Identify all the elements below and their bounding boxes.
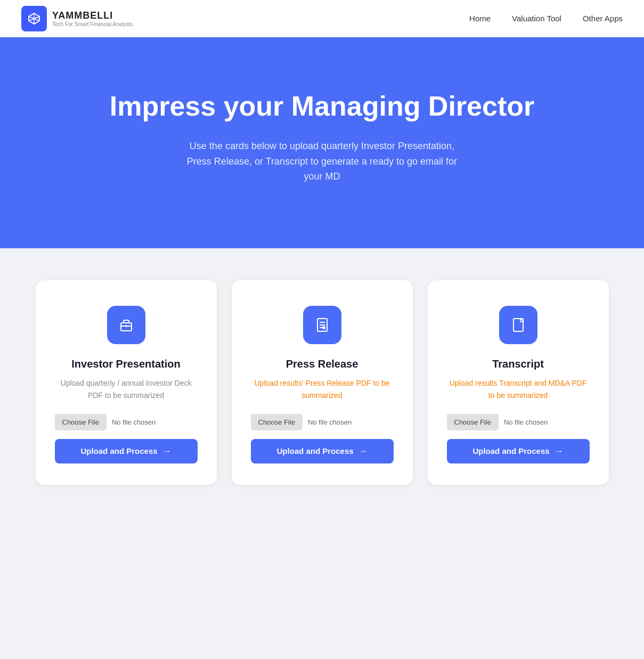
no-file-label-transcript: No file chosen	[504, 418, 548, 426]
upload-btn-transcript[interactable]: Upload and Process →	[447, 439, 590, 463]
brand-tagline: Tech For Smart Financial Analysts	[52, 21, 133, 27]
card-icon-investor	[107, 306, 145, 344]
card-desc-press: Upload results' Press Release PDF to be …	[251, 377, 394, 401]
nav-link-other[interactable]: Other Apps	[583, 14, 623, 23]
brand-logo	[21, 6, 47, 31]
nav-item-home[interactable]: Home	[469, 14, 491, 23]
hero-section: Impress your Managing Director Use the c…	[0, 37, 644, 248]
upload-btn-investor[interactable]: Upload and Process →	[55, 439, 198, 463]
file-input-row-transcript: Choose File No file chosen	[447, 414, 590, 430]
card-investor-presentation: Investor Presentation Upload quarterly /…	[36, 280, 217, 485]
card-desc-transcript: Upload results Transcript and MD&A PDF t…	[447, 377, 590, 401]
upload-btn-transcript-label: Upload and Process	[472, 446, 549, 455]
choose-file-btn-press[interactable]: Choose File	[251, 414, 303, 430]
nav-link-valuation[interactable]: Valuation Tool	[512, 14, 561, 23]
file-input-row-press: Choose File No file chosen	[251, 414, 394, 430]
nav-link-home[interactable]: Home	[469, 14, 491, 23]
arrow-icon-transcript: →	[555, 446, 564, 456]
choose-file-btn-investor[interactable]: Choose File	[55, 414, 107, 430]
nav-item-valuation[interactable]: Valuation Tool	[512, 14, 561, 23]
upload-btn-investor-label: Upload and Process	[80, 446, 157, 455]
svg-rect-9	[513, 319, 523, 331]
no-file-label-investor: No file chosen	[112, 418, 156, 426]
card-desc-investor: Upload quarterly / annual Investor Deck …	[55, 377, 198, 401]
card-title-press: Press Release	[286, 357, 358, 371]
choose-file-btn-transcript[interactable]: Choose File	[447, 414, 499, 430]
nav-links: Home Valuation Tool Other Apps	[469, 14, 623, 23]
svg-point-7	[322, 326, 325, 329]
document-text-icon	[313, 315, 332, 335]
document-icon	[509, 315, 528, 335]
card-press-release: Press Release Upload results' Press Rele…	[232, 280, 413, 485]
card-icon-press	[303, 306, 341, 344]
card-transcript: Transcript Upload results Transcript and…	[428, 280, 609, 485]
nav-item-other[interactable]: Other Apps	[583, 14, 623, 23]
arrow-icon-investor: →	[163, 446, 172, 456]
brand: YAMMBELLI Tech For Smart Financial Analy…	[21, 6, 133, 31]
upload-btn-press-label: Upload and Process	[276, 446, 353, 455]
cards-section: Investor Presentation Upload quarterly /…	[0, 248, 644, 527]
hero-title: Impress your Managing Director	[21, 91, 623, 123]
card-title-investor: Investor Presentation	[71, 357, 181, 371]
file-input-row-investor: Choose File No file chosen	[55, 414, 198, 430]
cards-grid: Investor Presentation Upload quarterly /…	[29, 280, 615, 485]
briefcase-icon	[117, 315, 136, 335]
brand-name: YAMMBELLI	[52, 10, 133, 21]
brand-text: YAMMBELLI Tech For Smart Financial Analy…	[52, 10, 133, 27]
card-icon-transcript	[499, 306, 537, 344]
card-title-transcript: Transcript	[492, 357, 544, 371]
arrow-icon-press: →	[359, 446, 368, 456]
navbar: YAMMBELLI Tech For Smart Financial Analy…	[0, 0, 644, 37]
upload-btn-press[interactable]: Upload and Process →	[251, 439, 394, 463]
hero-subtitle: Use the cards below to upload quarterly …	[178, 139, 466, 184]
no-file-label-press: No file chosen	[308, 418, 352, 426]
svg-point-8	[323, 328, 324, 329]
